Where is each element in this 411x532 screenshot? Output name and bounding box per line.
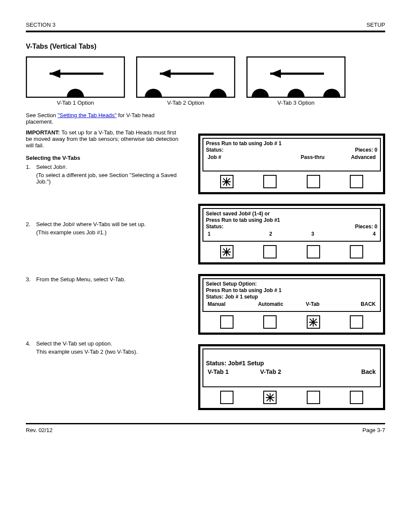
soft-button-1[interactable] bbox=[220, 391, 234, 404]
soft-label-3: V-Tab bbox=[292, 301, 334, 308]
soft-button-2[interactable] bbox=[263, 391, 277, 404]
diagram-label-2: V-Tab 2 Option bbox=[136, 100, 235, 106]
page-header: SECTION 3 SETUP bbox=[26, 22, 385, 28]
soft-label-4: 4 bbox=[334, 231, 376, 237]
soft-label-3: Pass-thru bbox=[292, 154, 334, 161]
soft-label-4: Back bbox=[334, 368, 376, 376]
page-footer: Rev. 02/12 Page 3-7 bbox=[26, 427, 385, 433]
soft-label-3: 3 bbox=[292, 231, 334, 237]
instructions-column: See Section "Setting the Tab Heads" for … bbox=[26, 112, 181, 361]
section-title: V-Tabs (Vertical Tabs) bbox=[26, 43, 385, 50]
soft-button-row bbox=[202, 312, 381, 330]
soft-button-2[interactable] bbox=[263, 175, 277, 188]
soft-button-row bbox=[202, 242, 381, 260]
soft-button-4[interactable] bbox=[350, 391, 363, 404]
footer-page: Page 3-7 bbox=[362, 427, 385, 433]
panels-column: Press Run to tab using Job # 1Status:Pie… bbox=[198, 134, 385, 410]
soft-button-1[interactable] bbox=[220, 245, 234, 258]
lcd-screen: Press Run to tab using Job # 1Status:Pie… bbox=[202, 138, 381, 171]
soft-button-3[interactable] bbox=[307, 175, 320, 188]
soft-button-4[interactable] bbox=[350, 175, 363, 188]
footer-rev: Rev. 02/12 bbox=[26, 427, 53, 433]
lcd-screen: Select Setup Option:Press Run to tab usi… bbox=[202, 278, 381, 312]
diagram-label-3: V-Tab 3 Option bbox=[246, 100, 346, 106]
step-3: 3. From the Setup Menu, select V-Tab. bbox=[26, 276, 181, 283]
diagrams-row: V-Tab 1 Option V-Tab 2 Option V bbox=[26, 56, 385, 106]
diagram-vtab-1: V-Tab 1 Option bbox=[26, 56, 125, 106]
soft-button-1[interactable] bbox=[220, 175, 234, 188]
intro-line: See Section "Setting the Tab Heads" for … bbox=[26, 112, 181, 125]
soft-button-4[interactable] bbox=[350, 245, 363, 258]
lcd-panel-1: Press Run to tab using Job # 1Status:Pie… bbox=[198, 134, 385, 194]
soft-button-row bbox=[202, 387, 381, 406]
soft-label-1: V-Tab 1 bbox=[208, 368, 250, 376]
header-left: SECTION 3 bbox=[26, 22, 56, 28]
lcd-panel-2: Select saved Job# (1-4) orPress Run to t… bbox=[198, 204, 385, 264]
soft-label-2: 2 bbox=[250, 231, 292, 237]
soft-button-4[interactable] bbox=[350, 315, 363, 329]
header-rule bbox=[26, 31, 385, 32]
soft-label-2: V-Tab 2 bbox=[250, 368, 292, 376]
soft-button-3[interactable] bbox=[307, 245, 320, 258]
soft-button-3[interactable] bbox=[307, 391, 320, 404]
diagram-vtab-3: V-Tab 3 Option bbox=[246, 56, 346, 106]
soft-label-3 bbox=[292, 368, 334, 376]
header-right: SETUP bbox=[367, 22, 385, 28]
soft-button-3[interactable] bbox=[307, 315, 320, 329]
soft-label-4: Advanced bbox=[334, 154, 376, 161]
soft-label-1: Job # bbox=[208, 154, 250, 161]
lcd-panel-3: Select Setup Option:Press Run to tab usi… bbox=[198, 274, 385, 335]
soft-label-1: 1 bbox=[208, 231, 250, 237]
steps-heading: Selecting the V-Tabs bbox=[26, 155, 181, 161]
diagram-label-1: V-Tab 1 Option bbox=[26, 100, 125, 106]
step-2: 2. Select the Job# where V-Tabs will be … bbox=[26, 221, 181, 236]
step-1: 1. Select Job#. (To select a different j… bbox=[26, 164, 181, 185]
soft-label-2: Automatic bbox=[250, 301, 292, 308]
soft-button-row bbox=[202, 171, 381, 190]
lcd-panel-4: Status: Job#1 SetupV-Tab 1V-Tab 2Back bbox=[198, 344, 385, 410]
lcd-screen: Select saved Job# (1-4) orPress Run to t… bbox=[202, 208, 381, 242]
soft-label-1: Manual bbox=[208, 301, 250, 308]
lcd-screen: Status: Job#1 SetupV-Tab 1V-Tab 2Back bbox=[202, 348, 381, 387]
soft-label-2 bbox=[250, 154, 292, 161]
soft-button-1[interactable] bbox=[220, 315, 234, 329]
important-note: IMPORTANT: To set up for a V-Tab, the Ta… bbox=[26, 129, 181, 149]
section-link[interactable]: "Setting the Tab Heads" bbox=[58, 112, 117, 118]
soft-button-2[interactable] bbox=[263, 315, 277, 329]
footer-rule bbox=[26, 423, 385, 424]
soft-button-2[interactable] bbox=[263, 245, 277, 258]
step-4: 4. Select the V-Tab set up option. This … bbox=[26, 340, 181, 355]
diagram-vtab-2: V-Tab 2 Option bbox=[136, 56, 235, 106]
soft-label-4: BACK bbox=[334, 301, 376, 308]
